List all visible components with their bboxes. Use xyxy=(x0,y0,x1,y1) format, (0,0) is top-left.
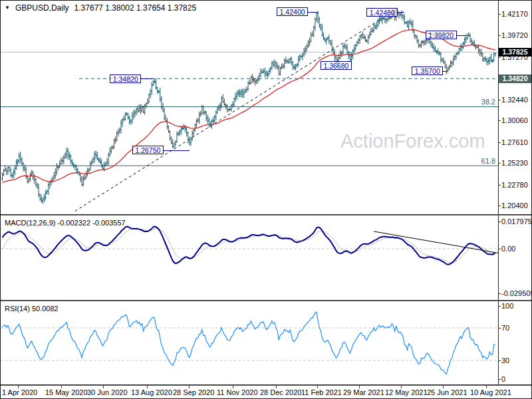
macd-axis-label[interactable]: -0.029505 xyxy=(501,289,532,297)
callout-connector-line xyxy=(164,150,190,151)
rsi-axis-tick xyxy=(498,306,501,307)
time-axis-label[interactable]: 25 Jun 2021 xyxy=(427,388,467,396)
macd-axis-tick xyxy=(498,249,501,249)
chart-plot-area[interactable] xyxy=(1,1,531,398)
time-axis-label[interactable]: 13 Aug 2020 xyxy=(131,388,172,396)
callout-connector-line xyxy=(443,71,446,72)
time-axis-tick xyxy=(317,386,318,388)
rsi-axis-label[interactable]: 30 xyxy=(501,356,509,364)
macd-line xyxy=(3,227,495,265)
time-axis-tick xyxy=(233,386,233,388)
time-axis-label[interactable]: 30 Jun 2020 xyxy=(87,388,128,396)
callout-connector-line xyxy=(457,35,466,36)
time-axis-label[interactable]: 29 Mar 2021 xyxy=(343,388,384,396)
time-axis-label[interactable]: 15 May 2020 xyxy=(45,388,88,396)
price-axis-tick xyxy=(498,142,501,143)
time-axis-label[interactable]: 12 May 2021 xyxy=(385,388,428,396)
callout-connector-line xyxy=(398,12,404,13)
price-axis-label[interactable]: 1.42170 xyxy=(501,10,528,18)
support-price-tag: 1.34820 xyxy=(499,74,531,83)
time-axis-label[interactable]: 10 Aug 2021 xyxy=(470,388,511,396)
rsi-axis-tick xyxy=(498,328,501,329)
price-axis-tick xyxy=(498,35,501,36)
macd-axis-tick xyxy=(498,293,501,294)
forex-chart-window: ▼ GBPUSD,Daily 1.37677 1.38002 1.37654 1… xyxy=(0,0,532,399)
time-axis-tick xyxy=(147,386,148,388)
macd-axis-label[interactable]: 0.00 xyxy=(501,245,515,253)
price-axis-label[interactable]: 1.30060 xyxy=(501,116,528,124)
macd-axis-label[interactable]: 0.017975 xyxy=(501,217,532,225)
price-callout[interactable]: 1.34820 xyxy=(110,74,141,83)
price-axis-tick xyxy=(498,205,501,206)
price-axis-tick xyxy=(498,100,501,100)
price-axis-label[interactable]: 1.20400 xyxy=(501,201,528,209)
macd-indicator-label: MACD(12,26,9) -0.002322 -0.003557 xyxy=(5,219,126,227)
time-axis-label[interactable]: 11 Nov 2020 xyxy=(217,388,258,396)
price-callout[interactable]: 1.36680 xyxy=(321,61,352,70)
price-axis-tick xyxy=(498,163,501,164)
symbol-timeframe-label: GBPUSD,Daily xyxy=(15,3,69,13)
time-axis-label[interactable]: 11 Feb 2021 xyxy=(301,388,342,396)
price-callout[interactable]: 1.35700 xyxy=(412,66,443,75)
panel-separator-rsi-dates xyxy=(1,384,531,386)
symbol-dropdown-icon[interactable]: ▼ xyxy=(5,4,10,12)
price-axis-tick xyxy=(498,57,501,58)
panel-separator-macd-rsi[interactable] xyxy=(1,300,531,301)
chart-header: ▼ GBPUSD,Daily 1.37677 1.38002 1.37654 1… xyxy=(5,3,196,13)
time-axis-tick xyxy=(61,386,62,388)
rsi-axis-tick xyxy=(498,360,501,361)
rsi-indicator-label: RSI(14) 50.0082 xyxy=(5,305,59,313)
rsi-line xyxy=(3,312,495,374)
time-axis-tick xyxy=(189,386,190,388)
rsi-axis-label[interactable]: 0 xyxy=(501,375,505,383)
time-axis-tick xyxy=(401,386,402,388)
ma-line xyxy=(3,30,495,183)
price-callout[interactable]: 1.26750 xyxy=(132,146,164,154)
rsi-axis-label[interactable]: 100 xyxy=(501,302,513,310)
time-axis-tick xyxy=(359,386,360,388)
trendline-macd[interactable] xyxy=(374,231,498,253)
time-axis-tick xyxy=(18,386,19,388)
callout-connector-line xyxy=(141,78,153,79)
current-price-tag: 1.37825 xyxy=(499,48,531,57)
time-axis-label[interactable]: 28 Sep 2020 xyxy=(173,388,214,396)
price-callout[interactable]: 1.42480 xyxy=(366,8,398,17)
time-axis-label[interactable]: 1 Apr 2020 xyxy=(2,388,37,396)
time-axis-tick xyxy=(276,386,277,388)
price-axis-label[interactable]: 1.32440 xyxy=(501,96,528,104)
callout-connector-line xyxy=(308,12,318,13)
time-axis-label[interactable]: 28 Dec 2020 xyxy=(260,388,301,396)
fib-level-label: 38.2 xyxy=(460,98,495,106)
price-callout[interactable]: 1.39820 xyxy=(426,31,457,39)
rsi-axis-label[interactable]: 70 xyxy=(501,324,509,332)
price-axis-label[interactable]: 1.39720 xyxy=(501,31,528,39)
price-axis-label[interactable]: 1.27610 xyxy=(501,138,528,146)
time-axis-tick xyxy=(103,386,104,388)
price-axis-tick xyxy=(498,185,501,186)
fib-level-label: 61.8 xyxy=(460,157,495,165)
time-axis-tick xyxy=(443,386,444,388)
quote-ohlc-values: 1.37677 1.38002 1.37654 1.37825 xyxy=(74,3,197,13)
rsi-axis-tick xyxy=(498,379,501,380)
time-axis-tick xyxy=(486,386,487,388)
price-axis-tick xyxy=(498,120,501,121)
price-axis-label[interactable]: 1.22780 xyxy=(501,181,528,189)
trendline-main-dashed[interactable] xyxy=(75,8,399,211)
price-callout[interactable]: 1.42400 xyxy=(277,7,308,16)
panel-separator-main-macd[interactable] xyxy=(1,214,531,215)
price-axis-tick xyxy=(498,14,501,15)
price-axis-label[interactable]: 1.25230 xyxy=(501,159,528,167)
macd-axis-tick xyxy=(498,221,501,222)
